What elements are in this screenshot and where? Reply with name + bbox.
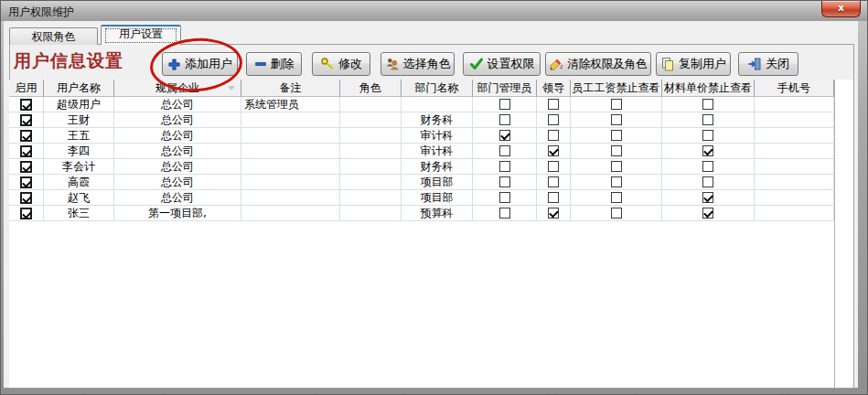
price_hidden-checkbox[interactable] xyxy=(702,208,713,219)
page-title: 用户信息设置 xyxy=(14,49,123,73)
salary_hidden-checkbox[interactable] xyxy=(611,114,622,125)
cell-salary_hidden xyxy=(571,159,662,175)
table-row[interactable]: 李四总公司审计科 xyxy=(9,144,834,159)
salary_hidden-checkbox[interactable] xyxy=(611,99,622,110)
leader-checkbox[interactable] xyxy=(548,130,559,141)
leader-checkbox[interactable] xyxy=(548,145,559,156)
cell-price_hidden xyxy=(662,144,755,159)
dept_admin-checkbox[interactable] xyxy=(499,130,510,141)
dept_admin-checkbox[interactable] xyxy=(499,176,510,187)
cell-dept_admin xyxy=(473,190,537,206)
column-header-salary_hidden[interactable]: 员工工资禁止查看 xyxy=(571,80,662,97)
salary_hidden-checkbox[interactable] xyxy=(611,192,622,203)
price_hidden-checkbox[interactable] xyxy=(702,161,713,172)
cell-name: 李四 xyxy=(44,144,114,159)
select-role-button[interactable]: 选择角色 xyxy=(380,52,455,76)
cell-note: 系统管理员 xyxy=(241,97,340,112)
tab-user-settings[interactable]: 用户设置 xyxy=(101,25,181,45)
table-row[interactable]: 赵飞总公司项目部 xyxy=(9,190,834,206)
leader-checkbox[interactable] xyxy=(548,161,559,172)
leader-checkbox[interactable] xyxy=(548,208,559,219)
copy-user-button[interactable]: 复制用户 xyxy=(656,52,731,76)
cell-dept: 项目部 xyxy=(402,175,473,190)
cell-phone xyxy=(755,159,834,175)
enabled-checkbox[interactable] xyxy=(20,145,32,157)
table-row[interactable]: 李会计总公司财务科 xyxy=(9,159,834,175)
dept_admin-checkbox[interactable] xyxy=(499,192,510,203)
table-row[interactable]: 王五总公司审计科 xyxy=(9,128,834,144)
cell-salary_hidden xyxy=(571,97,662,112)
salary_hidden-checkbox[interactable] xyxy=(611,130,622,141)
dept_admin-checkbox[interactable] xyxy=(499,99,510,110)
add-user-button[interactable]: 添加用户 xyxy=(162,52,238,76)
window-close-button[interactable]: x xyxy=(821,1,861,17)
enabled-checkbox[interactable] xyxy=(20,130,32,142)
cell-role xyxy=(340,206,402,221)
price_hidden-checkbox[interactable] xyxy=(702,99,713,110)
button-label: 关闭 xyxy=(766,56,789,72)
close-form-button[interactable]: 关闭 xyxy=(738,52,798,76)
cell-role xyxy=(340,190,402,206)
table-row[interactable]: 高霞总公司项目部 xyxy=(9,175,834,190)
salary_hidden-checkbox[interactable] xyxy=(611,176,622,187)
set-permission-button[interactable]: 设置权限 xyxy=(463,52,541,76)
dept_admin-checkbox[interactable] xyxy=(499,114,510,125)
column-header-enabled[interactable]: 启用 xyxy=(9,80,44,97)
table-header: 启用用户名称规属企业备注角色部门名称部门管理员领导员工工资禁止查看材料单价禁止查… xyxy=(9,80,834,97)
salary_hidden-checkbox[interactable] xyxy=(611,161,622,172)
table-row[interactable]: 超级用户总公司系统管理员 xyxy=(9,97,834,112)
column-header-label: 备注 xyxy=(280,81,302,94)
column-header-company[interactable]: 规属企业 xyxy=(114,80,241,97)
column-header-name[interactable]: 用户名称 xyxy=(44,80,114,97)
add-user-plus-icon xyxy=(167,58,181,71)
button-label: 清除权限及角色 xyxy=(567,57,648,72)
tab-permission-roles[interactable]: 权限角色 xyxy=(9,27,98,45)
price_hidden-checkbox[interactable] xyxy=(702,130,713,141)
cell-enabled xyxy=(9,175,44,190)
price_hidden-checkbox[interactable] xyxy=(702,176,713,187)
column-header-leader[interactable]: 领导 xyxy=(537,80,571,97)
delete-button[interactable]: 删除 xyxy=(246,52,302,76)
copy-user-pages-icon xyxy=(660,57,675,71)
price_hidden-checkbox[interactable] xyxy=(702,192,713,203)
clear-permission-role-button[interactable]: 清除权限及角色 xyxy=(545,52,651,76)
cell-role xyxy=(340,144,402,159)
cell-phone xyxy=(755,128,834,144)
column-header-dept_admin[interactable]: 部门管理员 xyxy=(473,80,537,97)
button-label: 复制用户 xyxy=(679,56,726,72)
column-header-note[interactable]: 备注 xyxy=(241,80,340,97)
leader-checkbox[interactable] xyxy=(548,99,559,110)
leader-checkbox[interactable] xyxy=(548,192,559,203)
table-row[interactable]: 王财总公司财务科 xyxy=(9,112,834,128)
cell-name: 赵飞 xyxy=(44,190,114,206)
salary_hidden-checkbox[interactable] xyxy=(611,208,622,219)
column-header-label: 用户名称 xyxy=(57,81,101,94)
cell-leader xyxy=(537,190,571,206)
enabled-checkbox[interactable] xyxy=(20,192,32,204)
dept_admin-checkbox[interactable] xyxy=(499,161,510,172)
price_hidden-checkbox[interactable] xyxy=(702,145,713,156)
leader-checkbox[interactable] xyxy=(548,176,559,187)
modify-button[interactable]: 修改 xyxy=(312,52,370,76)
cell-phone xyxy=(755,190,834,206)
cell-company: 总公司 xyxy=(114,159,241,175)
cell-leader xyxy=(537,144,571,159)
column-header-dept[interactable]: 部门名称 xyxy=(402,80,473,97)
column-header-phone[interactable]: 手机号 xyxy=(755,80,834,97)
column-header-price_hidden[interactable]: 材料单价禁止查看 xyxy=(662,80,755,97)
leader-checkbox[interactable] xyxy=(548,114,559,125)
cell-dept_admin xyxy=(473,159,537,175)
enabled-checkbox[interactable] xyxy=(20,114,32,126)
price_hidden-checkbox[interactable] xyxy=(702,114,713,125)
dept_admin-checkbox[interactable] xyxy=(499,145,510,156)
enabled-checkbox[interactable] xyxy=(20,176,32,188)
enabled-checkbox[interactable] xyxy=(20,208,32,219)
enabled-checkbox[interactable] xyxy=(20,161,32,173)
column-header-role[interactable]: 角色 xyxy=(340,80,402,97)
enabled-checkbox[interactable] xyxy=(20,99,32,111)
cell-dept_admin xyxy=(473,128,537,144)
cell-salary_hidden xyxy=(571,128,662,144)
dept_admin-checkbox[interactable] xyxy=(499,208,510,219)
table-row[interactable]: 张三第一项目部,预算科 xyxy=(9,206,834,221)
salary_hidden-checkbox[interactable] xyxy=(611,145,622,156)
